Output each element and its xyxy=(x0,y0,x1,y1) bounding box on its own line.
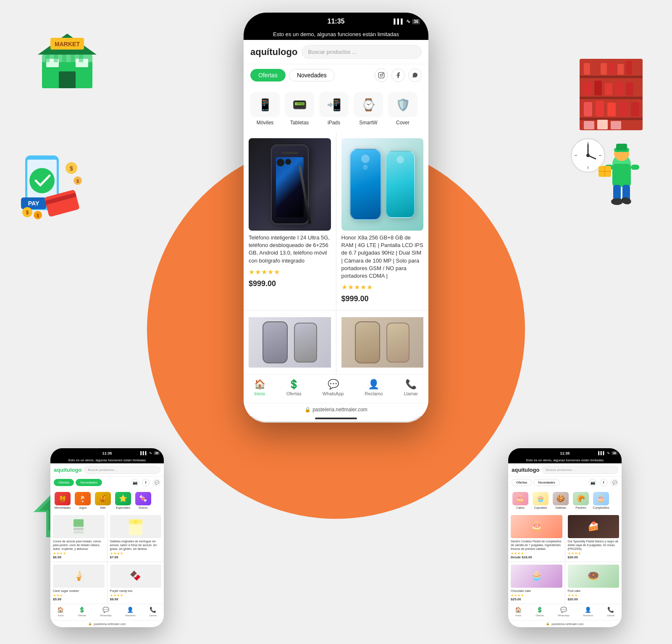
right-product-3-stars: ★★★★ xyxy=(511,594,562,597)
right-cat-3-img: 🍪 xyxy=(553,492,569,505)
left-product-1[interactable]: Conos de azúcar para helado, conos para … xyxy=(50,513,107,562)
left-pill-novedades[interactable]: Novedades xyxy=(76,479,102,486)
svg-rect-65 xyxy=(612,164,631,187)
right-facebook[interactable]: f xyxy=(600,479,607,486)
right-cat-5-img: 🎂 xyxy=(593,492,609,505)
svg-rect-64 xyxy=(616,144,627,150)
svg-rect-82 xyxy=(74,528,84,530)
time-display: 11:35 xyxy=(328,18,345,25)
right-product-4-title: Fruit cake xyxy=(568,589,620,593)
right-product-2-title: Our Specialty Pastel blanco y negro de d… xyxy=(568,539,620,551)
svg-rect-26 xyxy=(605,83,612,95)
right-product-4[interactable]: 🍩 Fruit cake ★★★ $20.00 xyxy=(565,562,622,604)
left-social: 📷 f 💬 xyxy=(131,479,160,486)
status-bar: 11:35 ▌▌▌ ∿ 36 xyxy=(244,13,428,29)
product-card-4[interactable] xyxy=(336,310,429,374)
search-bar[interactable]: Buscar productos ... xyxy=(302,45,422,59)
facebook-icon[interactable] xyxy=(391,68,405,82)
svg-rect-36 xyxy=(611,121,621,129)
right-nav-inicio[interactable]: 🏠 Inicio xyxy=(515,607,522,617)
nav-reclamo[interactable]: 👤 Reclamo xyxy=(365,379,383,396)
category-ipads[interactable]: 📲 iPads xyxy=(319,92,349,126)
category-smartw[interactable]: ⌚ SmartW xyxy=(354,92,383,126)
left-nav-llamar[interactable]: 📞 Llamar xyxy=(149,607,157,617)
left-nav-ofertas[interactable]: 💲 Ofertas xyxy=(78,607,86,617)
nav-whatsapp[interactable]: 💬 WhatsApp xyxy=(323,379,344,396)
right-instagram[interactable]: 📷 xyxy=(589,479,596,486)
right-pill-novedades[interactable]: Novedades xyxy=(533,479,559,486)
svg-text:$: $ xyxy=(76,179,79,184)
left-pill-ofertas[interactable]: Ofertas xyxy=(54,479,74,486)
category-tabletas-label: Tabletas xyxy=(290,120,309,126)
right-product-3[interactable]: 🧁 Chocolate cake ★★★★ $25.00 xyxy=(508,562,565,604)
nav-pills: Ofertas Novedades xyxy=(244,64,428,86)
left-nav-whatsapp[interactable]: 💬 WhatsApp xyxy=(100,607,112,617)
left-cat-2[interactable]: 🍹 Jugos xyxy=(74,492,92,509)
left-cat-3-label: Miel xyxy=(100,506,106,509)
left-url-text: pasteleria.nettmaler.com xyxy=(94,623,126,626)
category-moviles[interactable]: 📱 Móviles xyxy=(250,92,280,126)
left-nav-reclamo[interactable]: 👤 Reclamo xyxy=(126,607,136,617)
right-product-1[interactable]: 🎂 David's Cookies Pastel de cumpleaños d… xyxy=(508,513,565,562)
right-whatsapp[interactable]: 💬 xyxy=(611,479,618,486)
left-cat-4[interactable]: ⭐ Especiales xyxy=(114,492,132,509)
right-cat-1[interactable]: 🎂 Cakes xyxy=(512,492,529,509)
product-card-3[interactable] xyxy=(244,310,336,374)
category-cover[interactable]: 🛡️ Cover xyxy=(388,92,417,126)
right-pill-ofertas[interactable]: Ofertas xyxy=(512,479,532,486)
category-tabletas[interactable]: 📟 Tabletas xyxy=(285,92,314,126)
left-product-3-stars: ★★★ xyxy=(53,594,105,597)
nav-pill-ofertas[interactable]: Ofertas xyxy=(250,69,286,81)
right-product-1-stars: ★★★★ xyxy=(511,552,562,555)
right-url-text: pasteleria.nettmaler.com xyxy=(551,623,583,626)
left-whatsapp[interactable]: 💬 xyxy=(153,479,160,486)
right-product-3-title: Chocolate cake xyxy=(511,589,562,593)
right-product-4-stars: ★★★ xyxy=(568,594,620,597)
svg-rect-7 xyxy=(45,55,50,62)
left-nav-pills: Ofertas Novedades 📷 f 💬 xyxy=(50,477,164,489)
right-nav-reclamo[interactable]: 👤 Reclamo xyxy=(583,607,593,617)
signal-icons: ▌▌▌ ∿ 36 xyxy=(394,18,420,24)
nav-pill-novedades[interactable]: Novedades xyxy=(289,69,335,81)
right-cat-1-img: 🎂 xyxy=(512,492,528,505)
left-nav-inicio[interactable]: 🏠 Inicio xyxy=(57,607,64,617)
right-cat-4[interactable]: 🥐 Pastries xyxy=(572,492,590,509)
right-bottom-nav: 🏠 Inicio 💲 Ofertas 💬 WhatsApp 👤 Reclamo … xyxy=(508,604,622,620)
right-nav-ofertas[interactable]: 💲 Ofertas xyxy=(536,607,544,617)
svg-rect-35 xyxy=(597,120,608,129)
svg-rect-17 xyxy=(580,118,643,120)
left-search[interactable]: Buscar productos ... xyxy=(84,466,160,474)
left-instagram[interactable]: 📷 xyxy=(131,479,139,486)
nav-inicio[interactable]: 🏠 Inicio xyxy=(254,379,265,396)
right-cat-5-label: Cumpleaños xyxy=(593,506,609,509)
svg-rect-8 xyxy=(54,55,58,62)
svg-rect-67 xyxy=(631,165,639,170)
product-card-2[interactable]: Honor X8a 256 GB+8 GB de RAM | 4G LTE | … xyxy=(336,131,429,310)
right-nav-whatsapp[interactable]: 💬 WhatsApp xyxy=(558,607,570,617)
right-cat-3[interactable]: 🍪 Galletas xyxy=(552,492,570,509)
nav-llamar[interactable]: 📞 Llamar xyxy=(404,379,418,396)
product-2-title: Honor X8a 256 GB+8 GB de RAM | 4G LTE | … xyxy=(341,234,424,280)
nav-ofertas[interactable]: 💲 Ofertas xyxy=(286,379,302,396)
right-nav-llamar[interactable]: 📞 Llamar xyxy=(607,607,614,617)
instagram-icon[interactable] xyxy=(375,68,388,82)
left-cat-5[interactable]: 🍬 Dulces xyxy=(134,492,152,509)
product-card-1[interactable]: Teléfono inteligente I 24 Ultra 5G, telé… xyxy=(244,131,336,310)
left-cat-3[interactable]: 🍯 Miel xyxy=(94,492,112,509)
right-cat-5[interactable]: 🎂 Cumpleaños xyxy=(592,492,610,509)
home-icon: 🏠 xyxy=(254,379,265,390)
right-social: 📷 f 💬 xyxy=(589,479,618,486)
right-search[interactable]: Buscar productos ... xyxy=(542,466,618,474)
right-cat-2[interactable]: 🧁 Cupcakes xyxy=(532,492,549,509)
right-product-4-img: 🍩 xyxy=(568,565,620,588)
left-categories: 🍯 Mermeladas 🍹 Jugos 🍯 Miel ⭐ Especiales… xyxy=(50,489,164,513)
reclamo-icon: 👤 xyxy=(368,379,379,390)
right-product-2[interactable]: 🍰 Our Specialty Pastel blanco y negro de… xyxy=(565,513,622,562)
left-cat-1[interactable]: 🍯 Mermeladas xyxy=(54,492,71,509)
left-facebook[interactable]: f xyxy=(142,479,150,486)
left-product-4[interactable]: 🍫 Purple candy box ★★★★ $8.99 xyxy=(108,562,164,604)
left-product-2[interactable]: Galletas originales de meringue sin azúc… xyxy=(108,513,164,562)
left-product-3[interactable]: 🍦 Cane sugar cookies ★★★ $5.99 xyxy=(50,562,107,604)
whatsapp-icon[interactable] xyxy=(408,68,422,82)
svg-rect-34 xyxy=(584,121,594,129)
